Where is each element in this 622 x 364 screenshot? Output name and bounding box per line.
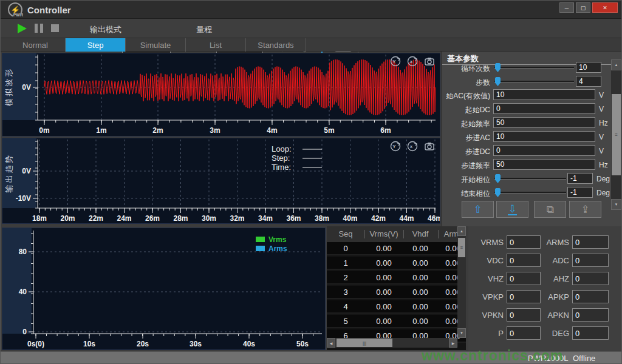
measure-value-deg[interactable] (572, 326, 609, 340)
param-value-input[interactable] (493, 117, 595, 128)
param-value-input[interactable] (576, 62, 601, 73)
tab-simulate[interactable]: Simulate (126, 38, 186, 52)
param-value-input[interactable] (493, 131, 595, 142)
basic-params-panel: 基本参数 循环次数步数始AC(有效值)V起始DCV起始频率Hz步进ACV步进DC… (442, 52, 622, 226)
measure-label-vhz: VHZ (488, 274, 504, 283)
measure-value-apkn[interactable] (572, 308, 609, 322)
tab-step[interactable]: Step (66, 38, 126, 52)
scroll-right-button[interactable]: ▶ (449, 338, 457, 348)
param-label: 起始频率 (461, 119, 490, 129)
measure-value-ahz[interactable] (572, 272, 609, 285)
maximize-button[interactable]: ▢ (576, 2, 590, 13)
measure-value-p[interactable] (507, 326, 541, 340)
table-cell: 0.00 (376, 317, 391, 326)
measure-value-vpkn[interactable] (507, 308, 541, 322)
measure-value-adc[interactable] (572, 254, 609, 267)
x-autoscale-button[interactable]: x (406, 140, 419, 152)
pause-button[interactable] (35, 24, 44, 33)
param-value-input[interactable] (493, 89, 595, 100)
scrollbar-thumb[interactable]: ≡ (458, 238, 465, 257)
table-row[interactable]: 40.000.000.00 (327, 300, 466, 314)
scrollbar-thumb[interactable]: ||| (337, 339, 392, 347)
table-row[interactable]: 30.000.000.00 (327, 286, 466, 299)
screenshot-button[interactable] (423, 55, 436, 67)
measure-value-vrms[interactable] (507, 235, 541, 249)
param-slider-thumb[interactable] (495, 63, 501, 72)
table-row[interactable]: 10.000.000.00 (327, 257, 466, 270)
trend-chart-toolbar: Yx (389, 140, 436, 152)
copy-step-button[interactable]: ⧉ (534, 201, 566, 218)
tab-normal[interactable]: Normal (5, 38, 66, 52)
param-slider-thumb[interactable] (495, 77, 501, 86)
table-cell: 0.00 (412, 258, 428, 268)
param-unit: V (599, 105, 604, 113)
legend-item: Arms (256, 244, 287, 253)
x-tick-label: 0m (39, 126, 49, 135)
table-cell: 0.00 (376, 244, 391, 253)
measure-value-arms[interactable] (572, 235, 609, 249)
scroll-up-button[interactable]: ▲ (457, 226, 466, 236)
measure-label-vpkp: VPKP (482, 292, 504, 302)
param-label: 步数 (476, 78, 490, 88)
chart-label-strip (2, 228, 32, 334)
overlay-label: Time: (272, 163, 291, 172)
y-tick-label: 80 (19, 248, 27, 256)
insert-down-button[interactable]: ⇩ (496, 201, 528, 218)
param-slider-track[interactable] (494, 192, 566, 194)
table-row[interactable]: 00.000.000.00 (327, 242, 466, 255)
param-slider-thumb[interactable] (495, 174, 501, 183)
param-value-input[interactable] (493, 145, 595, 156)
x-tick-label: 20m (60, 214, 75, 223)
y-autoscale-button[interactable]: Y (389, 55, 402, 67)
param-unit: Hz (599, 119, 608, 127)
table-row[interactable]: 20.000.000.00 (327, 271, 466, 285)
x-tick-label: 36m (286, 214, 301, 223)
param-value-input[interactable] (576, 76, 601, 87)
export-step-icon: ⇪ (581, 204, 589, 215)
x-tick-label: 0s(0) (27, 340, 44, 348)
legend-item: Vrms (256, 235, 287, 244)
wave-chart-toolbar: Yx (389, 55, 436, 67)
measure-value-vhz[interactable] (507, 272, 541, 285)
measure-value-vdc[interactable] (507, 254, 541, 267)
logo-lightning-icon: ⚡PWR (8, 2, 22, 17)
scrollbar-thumb[interactable]: ≡ (612, 94, 621, 175)
export-step-button[interactable]: ⇪ (569, 201, 601, 218)
param-value-input[interactable] (493, 103, 595, 114)
x-tick-label: 10s (83, 340, 95, 348)
move-up-button[interactable]: ⇧ (462, 201, 494, 218)
scroll-left-button[interactable]: ◀ (327, 338, 335, 348)
table-cell: 0.00 (376, 258, 391, 268)
param-value-input[interactable] (493, 159, 595, 170)
scroll-down-button[interactable]: ▼ (457, 328, 466, 338)
tab-standards[interactable]: Standards (246, 38, 306, 52)
range-label: 量程 (196, 24, 212, 35)
play-button[interactable] (18, 24, 27, 33)
scroll-down-button[interactable]: ▼ (611, 199, 621, 210)
x-tick-label: 40s (243, 340, 255, 348)
param-slider-track[interactable] (494, 178, 566, 180)
param-value-input[interactable] (567, 187, 593, 198)
param-slider-thumb[interactable] (495, 188, 501, 197)
tab-list[interactable]: List (186, 38, 246, 52)
y-tick-label: 0 (22, 328, 27, 336)
screenshot-button[interactable] (423, 140, 436, 152)
param-label: 步进频率 (461, 161, 490, 171)
close-button[interactable]: ✕ (592, 2, 618, 13)
measure-value-apkp[interactable] (572, 290, 609, 303)
param-unit: V (599, 147, 604, 155)
minimize-button[interactable]: ─ (559, 2, 574, 13)
stop-button[interactable] (51, 24, 59, 32)
param-slider-track[interactable] (494, 67, 574, 69)
param-unit: Deg (596, 175, 610, 183)
table-row[interactable]: 50.000.000.00 (327, 315, 466, 328)
y-autoscale-button[interactable]: Y (389, 140, 402, 152)
param-slider-track[interactable] (494, 81, 574, 83)
legend-label: Vrms (268, 235, 286, 244)
scroll-up-button[interactable]: ▲ (611, 59, 621, 70)
trend-chart: 输出趋势18m20m22m24m26m28m30m32m34m36m38m40m… (2, 138, 440, 223)
measure-value-vpkp[interactable] (507, 290, 541, 303)
param-value-input[interactable] (567, 173, 593, 184)
x-autoscale-button[interactable]: x (406, 55, 419, 67)
overlay-label: Loop: (272, 144, 292, 153)
